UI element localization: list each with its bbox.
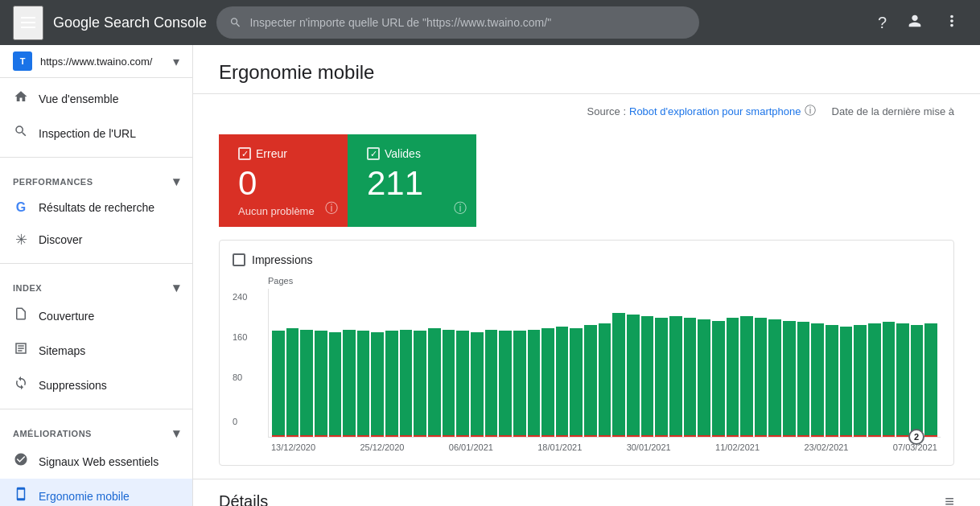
index-section-header: Index ▾ [0,270,192,298]
bar-red [428,435,441,437]
bar-col [740,289,753,437]
collapse-icon[interactable]: ▾ [173,426,180,441]
bar-green [414,331,426,435]
valid-checkbox[interactable]: ✓ [367,147,380,160]
bar-red [485,435,498,437]
bar-col [883,289,896,437]
details-menu-icon[interactable]: ≡ [945,492,954,506]
bar-red [669,435,682,437]
bar-col [655,289,668,437]
bar-col [428,289,441,437]
bar-green [911,325,924,435]
bar-red [357,435,370,437]
sidebar-item-label: Vue d'ensemble [39,93,118,105]
more-button[interactable] [937,6,967,40]
error-value: 0 [238,167,328,200]
chart-area: Pages 240 160 80 0 2 13/12/202025/12/202… [233,276,941,452]
bar-green [854,325,867,435]
sidebar-item-suppressions[interactable]: Suppressions [0,368,192,402]
bar-green [499,331,512,435]
bar-col [456,289,469,437]
error-sublabel: Aucun problème [238,205,328,217]
chevron-down-icon: ▾ [173,54,179,69]
bar-green [727,318,739,435]
sidebar-item-inspection-url[interactable]: Inspection de l'URL [0,116,192,150]
bar-red [627,435,640,437]
source-link[interactable]: Robot d'exploration pour smartphone [629,105,801,117]
bar-col [783,289,796,437]
bar-red [300,435,313,437]
bar-col [315,289,327,437]
bar-red [797,435,810,437]
error-checkbox[interactable]: ✓ [238,147,251,160]
bar-red [783,435,796,437]
y-160-label: 160 [233,332,247,342]
chart-container: Impressions Pages 240 160 80 0 2 13/12/2… [219,240,954,466]
bar-red [854,435,867,437]
account-button[interactable] [900,6,930,40]
bar-green [768,319,781,435]
bar-red [599,435,611,437]
y-0-label: 0 [233,417,237,426]
sidebar-item-label: Inspection de l'URL [39,127,136,140]
sidebar-item-vue-ensemble[interactable]: Vue d'ensemble [0,81,192,116]
x-label: 23/02/2021 [804,442,848,452]
top-navigation: Google Search Console ? [0,0,980,45]
main-content: Ergonomie mobile Source : Robot d'explor… [193,45,980,506]
sidebar-item-ergonomie-mobile[interactable]: Ergonomie mobile [0,479,192,506]
bar-red [272,435,285,437]
stats-row: ✓ Erreur 0 Aucun problème ⓘ ✓ Valides 21… [219,134,476,227]
sidebar-item-sitemaps[interactable]: Sitemaps [0,333,192,368]
stat-card-valid: ✓ Valides 211 ⓘ [348,134,476,227]
bar-green [797,322,810,435]
x-label: 30/01/2021 [627,442,671,452]
x-label: 11/02/2021 [715,442,760,452]
bar-green [357,331,370,435]
sidebar-item-resultats-recherche[interactable]: G Résultats de recherche [0,192,192,223]
bar-red [655,435,668,437]
collapse-icon[interactable]: ▾ [173,174,180,189]
bar-green [456,331,469,435]
sitemaps-icon [13,341,29,360]
hamburger-menu-button[interactable] [13,6,43,40]
bar-col [727,289,739,437]
bar-red [712,435,725,437]
stat-card-error: ✓ Erreur 0 Aucun problème ⓘ [219,134,348,227]
sidebar-item-couverture[interactable]: Couverture [0,298,192,333]
bar-red [385,435,398,437]
site-selector[interactable]: T https://www.twaino.com/ ▾ [0,45,192,78]
bar-red [740,435,753,437]
error-info-icon[interactable]: ⓘ [325,200,338,217]
bar-col [599,289,611,437]
search-input[interactable] [249,16,686,29]
source-info-icon[interactable]: ⓘ [805,104,816,118]
bar-col [627,289,640,437]
search-bar[interactable] [216,6,699,39]
y-axis-label: Pages [268,276,941,286]
suppressions-icon [13,376,29,394]
valid-info-icon[interactable]: ⓘ [454,200,467,217]
bar-red [456,435,469,437]
impressions-checkbox[interactable] [233,253,245,266]
help-button[interactable]: ? [871,7,893,39]
bar-red [755,435,768,437]
bar-col [357,289,370,437]
bar-green [315,331,327,435]
details-header: Détails ≡ [193,479,980,506]
source-bar: Source : Robot d'exploration pour smartp… [193,94,980,128]
bar-red [343,435,356,437]
bar-col [612,289,625,437]
sidebar-item-signaux-web[interactable]: Signaux Web essentiels [0,444,192,479]
bar-green [755,318,768,435]
bar-green [826,325,838,435]
bar-col [286,289,299,437]
discover-icon: ✳ [13,231,29,249]
collapse-icon[interactable]: ▾ [173,280,180,295]
performances-section-header: Performances ▾ [0,164,192,192]
bar-green [811,323,824,435]
sidebar-item-discover[interactable]: ✳ Discover [0,223,192,257]
sidebar-item-label: Sitemaps [39,344,85,357]
bar-green [924,323,937,435]
chart-badge: 2 [908,429,924,445]
bar-red [811,435,824,437]
